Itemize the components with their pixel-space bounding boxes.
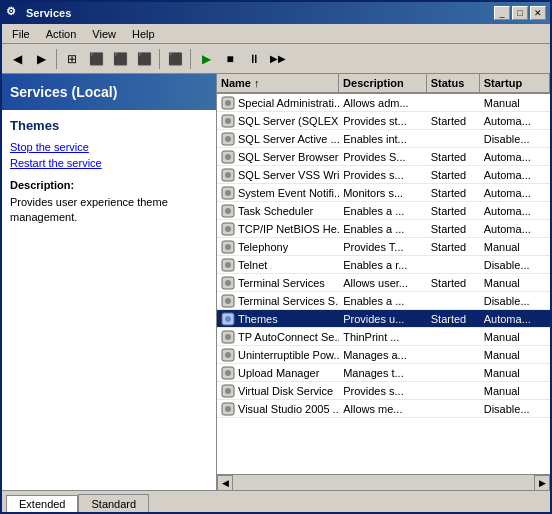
- table-row[interactable]: Upload Manager Manages t... Manual: [217, 364, 550, 382]
- svg-point-23: [225, 298, 231, 304]
- cell-status: Started: [427, 204, 480, 218]
- table-row[interactable]: SQL Server Browser Provides S... Started…: [217, 148, 550, 166]
- cell-desc: Enables a r...: [339, 258, 427, 272]
- table-row[interactable]: Telephony Provides T... Started Manual: [217, 238, 550, 256]
- tab-extended[interactable]: Extended: [6, 495, 78, 512]
- service-icon: [221, 276, 235, 290]
- cell-status: Started: [427, 150, 480, 164]
- cell-status: [427, 372, 480, 374]
- cell-status: [427, 102, 480, 104]
- h-scroll-right[interactable]: ▶: [534, 475, 550, 491]
- cell-status: [427, 336, 480, 338]
- cell-startup: Automa...: [480, 114, 550, 128]
- restart-service-link[interactable]: Restart the service: [10, 157, 208, 169]
- disconnect-button[interactable]: ⬛: [133, 48, 155, 70]
- service-icon: [221, 150, 235, 164]
- cell-status: Started: [427, 222, 480, 236]
- table-row[interactable]: SQL Server VSS Wri... Provides s... Star…: [217, 166, 550, 184]
- menu-action[interactable]: Action: [40, 26, 83, 42]
- properties-button[interactable]: ⬛: [164, 48, 186, 70]
- up-button[interactable]: ⬛: [85, 48, 107, 70]
- table-row[interactable]: SQL Server (SQLEX... Provides st... Star…: [217, 112, 550, 130]
- cell-name: Terminal Services S...: [217, 293, 339, 309]
- h-scroll-track[interactable]: [233, 475, 534, 490]
- forward-button[interactable]: ▶: [30, 48, 52, 70]
- svg-point-1: [225, 100, 231, 106]
- cell-startup: Automa...: [480, 312, 550, 326]
- h-scroll-left[interactable]: ◀: [217, 475, 233, 491]
- list-header: Name ↑ Description Status Startup: [217, 74, 550, 94]
- cell-desc: Allows me...: [339, 402, 427, 416]
- cell-name: System Event Notifi...: [217, 185, 339, 201]
- service-icon: [221, 204, 235, 218]
- maximize-button[interactable]: □: [512, 6, 528, 20]
- svg-point-25: [225, 316, 231, 322]
- col-header-startup[interactable]: Startup: [480, 74, 550, 92]
- table-row[interactable]: Terminal Services Allows user... Started…: [217, 274, 550, 292]
- stop-button[interactable]: ■: [219, 48, 241, 70]
- close-button[interactable]: ✕: [530, 6, 546, 20]
- restart-button[interactable]: ▶▶: [267, 48, 289, 70]
- description-text: Provides user experience theme managemen…: [10, 195, 208, 226]
- service-icon: [221, 294, 235, 308]
- table-row[interactable]: Themes Provides u... Started Automa...: [217, 310, 550, 328]
- table-row[interactable]: System Event Notifi... Monitors s... Sta…: [217, 184, 550, 202]
- description-label: Description:: [10, 179, 208, 191]
- col-header-status[interactable]: Status: [427, 74, 480, 92]
- service-icon: [221, 222, 235, 236]
- service-icon: [221, 204, 235, 218]
- minimize-button[interactable]: _: [494, 6, 510, 20]
- service-icon: [221, 366, 235, 380]
- cell-desc: Provides T...: [339, 240, 427, 254]
- col-header-name[interactable]: Name ↑: [217, 74, 339, 92]
- cell-status: [427, 390, 480, 392]
- tab-standard[interactable]: Standard: [78, 494, 149, 512]
- table-row[interactable]: Special Administrati... Allows adm... Ma…: [217, 94, 550, 112]
- cell-name: TP AutoConnect Se...: [217, 329, 339, 345]
- table-row[interactable]: SQL Server Active ... Enables int... Dis…: [217, 130, 550, 148]
- pause-button[interactable]: ⏸: [243, 48, 265, 70]
- toolbar-sep-2: [159, 49, 160, 69]
- service-icon: [221, 114, 235, 128]
- svg-point-17: [225, 244, 231, 250]
- cell-desc: Manages a...: [339, 348, 427, 362]
- cell-name: SQL Server (SQLEX...: [217, 113, 339, 129]
- table-row[interactable]: Virtual Disk Service Provides s... Manua…: [217, 382, 550, 400]
- cell-status: [427, 354, 480, 356]
- table-row[interactable]: TCP/IP NetBIOS He... Enables a ... Start…: [217, 220, 550, 238]
- table-row[interactable]: Task Scheduler Enables a ... Started Aut…: [217, 202, 550, 220]
- cell-name: SQL Server Browser: [217, 149, 339, 165]
- cell-status: [427, 300, 480, 302]
- cell-desc: Provides S...: [339, 150, 427, 164]
- map-button[interactable]: ⬛: [109, 48, 131, 70]
- cell-startup: Automa...: [480, 150, 550, 164]
- service-icon: [221, 276, 235, 290]
- h-scroll-bar[interactable]: ◀ ▶: [217, 474, 550, 490]
- table-row[interactable]: Uninterruptible Pow... Manages a... Manu…: [217, 346, 550, 364]
- back-button[interactable]: ◀: [6, 48, 28, 70]
- window-title: Services: [26, 7, 71, 19]
- cell-name: Special Administrati...: [217, 95, 339, 111]
- table-row[interactable]: Terminal Services S... Enables a ... Dis…: [217, 292, 550, 310]
- menu-file[interactable]: File: [6, 26, 36, 42]
- table-row[interactable]: TP AutoConnect Se... ThinPrint ... Manua…: [217, 328, 550, 346]
- svg-point-29: [225, 352, 231, 358]
- table-row[interactable]: Telnet Enables a r... Disable...: [217, 256, 550, 274]
- start-button[interactable]: ▶: [195, 48, 217, 70]
- services-list[interactable]: Name ↑ Description Status Startup Specia…: [217, 74, 550, 474]
- table-row[interactable]: Visual Studio 2005 ... Allows me... Disa…: [217, 400, 550, 418]
- cell-status: Started: [427, 114, 480, 128]
- view-toggle-button[interactable]: ⊞: [61, 48, 83, 70]
- service-icon: [221, 402, 235, 416]
- col-header-desc[interactable]: Description: [339, 74, 427, 92]
- service-icon: [221, 366, 235, 380]
- cell-desc: Enables a ...: [339, 222, 427, 236]
- service-icon: [221, 240, 235, 254]
- window-icon: ⚙: [6, 5, 22, 21]
- service-icon: [221, 384, 235, 398]
- cell-startup: Automa...: [480, 204, 550, 218]
- menu-help[interactable]: Help: [126, 26, 161, 42]
- stop-service-link[interactable]: Stop the service: [10, 141, 208, 153]
- content-wrapper: Services (Local) Themes Stop the service…: [2, 74, 550, 512]
- menu-view[interactable]: View: [86, 26, 122, 42]
